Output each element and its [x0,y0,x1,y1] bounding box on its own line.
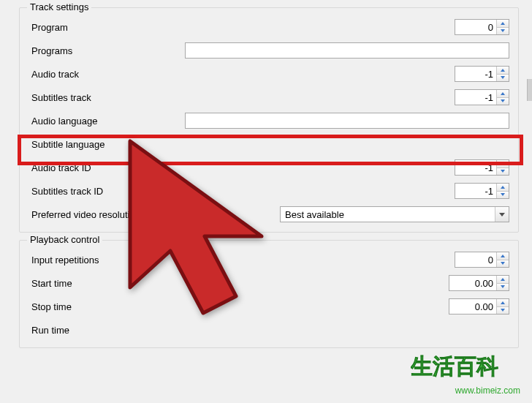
chevron-up-icon [501,186,505,189]
preferred-video-res-combo[interactable]: Best available [280,206,509,222]
subtitles-track-spin-up[interactable] [497,90,509,97]
row-start-time: Start time [26,271,512,295]
input-repetitions-spin-up[interactable] [497,252,509,260]
label-start-time: Start time [31,278,178,289]
label-audio-track: Audio track [31,69,178,80]
start-time-input[interactable] [449,276,496,290]
label-subtitles-track: Subtitles track [31,92,178,103]
settings-panel: Track settings Program Programs Audio tr [13,0,525,403]
label-run-time: Run time [31,325,178,336]
program-input[interactable] [455,20,496,34]
chevron-down-icon [499,213,505,216]
chevron-down-icon [501,29,505,32]
audio-track-id-spin-up[interactable] [497,160,509,167]
program-spin-down[interactable] [497,27,509,35]
row-programs: Programs [26,39,512,62]
label-program: Program [31,22,178,33]
row-program: Program [26,15,512,39]
label-preferred-video-res: Preferred video resolution [31,209,140,220]
subtitles-track-spinner[interactable] [455,89,509,105]
audio-language-input[interactable] [185,113,509,129]
input-repetitions-input[interactable] [455,252,496,267]
start-time-spin-down[interactable] [497,283,509,291]
chevron-down-icon [501,76,505,79]
label-subtitle-language: Subtitle language [31,139,178,150]
chevron-up-icon [501,278,505,281]
subtitles-track-id-spin-down[interactable] [497,191,509,199]
program-spin-up[interactable] [497,20,509,27]
audio-track-input[interactable] [455,67,496,81]
stop-time-input[interactable] [449,299,496,314]
input-repetitions-spinner[interactable] [455,252,509,268]
preferred-video-res-value: Best available [285,209,495,220]
audio-track-id-spin-down[interactable] [497,167,509,176]
subtitles-track-input[interactable] [455,90,496,105]
chevron-down-icon [501,262,505,265]
chevron-down-icon [501,309,505,312]
row-subtitles-track: Subtitles track [26,86,512,109]
label-audio-language: Audio language [31,116,178,127]
start-time-spin-up[interactable] [497,276,509,283]
chevron-down-icon [501,193,505,196]
program-spinner[interactable] [455,19,509,35]
chevron-up-icon [501,301,505,304]
playback-control-group: Playback control Input repetitions Start… [19,240,519,348]
programs-input[interactable] [185,42,509,59]
row-audio-language: Audio language [26,109,512,132]
chevron-up-icon [501,69,505,72]
track-settings-title: Track settings [27,1,91,12]
chevron-down-icon [501,99,505,102]
label-subtitles-track-id: Subtitles track ID [31,186,178,197]
label-stop-time: Stop time [31,301,178,312]
scrollbar-fragment[interactable] [527,79,532,101]
chevron-up-icon [501,255,505,257]
subtitles-track-id-input[interactable] [455,184,496,198]
chevron-down-icon [501,170,505,173]
label-programs: Programs [31,45,178,56]
stop-time-spinner[interactable] [449,298,509,315]
playback-control-title: Playback control [27,234,102,245]
audio-track-id-spinner[interactable] [455,159,509,176]
chevron-up-icon [501,162,505,165]
chevron-up-icon [501,92,505,95]
start-time-spinner[interactable] [449,275,509,291]
row-preferred-video-res: Preferred video resolution Best availabl… [26,203,512,226]
stop-time-spin-down[interactable] [497,306,509,315]
chevron-down-icon [501,285,505,288]
row-subtitles-track-id: Subtitles track ID [26,179,512,203]
row-subtitle-language: Subtitle language [26,132,512,156]
audio-track-id-input[interactable] [455,160,496,175]
row-audio-track: Audio track [26,62,512,86]
subtitles-track-id-spin-up[interactable] [497,184,509,191]
label-audio-track-id: Audio track ID [31,162,178,173]
row-audio-track-id: Audio track ID [26,156,512,179]
subtitles-track-spin-down[interactable] [497,97,509,105]
stop-time-spin-up[interactable] [497,299,509,306]
track-settings-group: Track settings Program Programs Audio tr [19,7,519,233]
row-stop-time: Stop time [26,295,512,318]
audio-track-spin-down[interactable] [497,74,509,82]
row-input-repetitions: Input repetitions [26,248,512,271]
audio-track-spinner[interactable] [455,66,509,82]
chevron-up-icon [501,22,505,25]
row-run-time: Run time [26,318,512,342]
input-repetitions-spin-down[interactable] [497,260,509,268]
subtitles-track-id-spinner[interactable] [455,183,509,199]
audio-track-spin-up[interactable] [497,67,509,74]
label-input-repetitions: Input repetitions [31,255,178,265]
preferred-video-res-dropdown-button[interactable] [495,207,509,222]
